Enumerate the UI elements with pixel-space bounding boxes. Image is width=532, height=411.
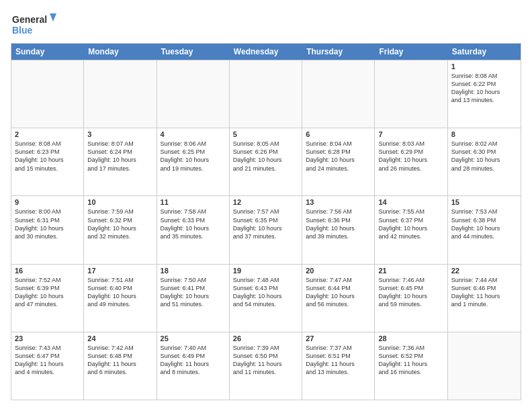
day-info: Sunrise: 7:42 AM Sunset: 6:48 PM Dayligh… [87, 344, 152, 377]
day-info: Sunrise: 7:39 AM Sunset: 6:50 PM Dayligh… [233, 344, 298, 377]
calendar-cell: 13Sunrise: 7:56 AM Sunset: 6:36 PM Dayli… [302, 196, 375, 263]
calendar-cell: 2Sunrise: 8:08 AM Sunset: 6:23 PM Daylig… [11, 128, 84, 195]
calendar-cell [11, 60, 84, 128]
day-info: Sunrise: 8:07 AM Sunset: 6:24 PM Dayligh… [87, 140, 152, 173]
day-info: Sunrise: 7:55 AM Sunset: 6:37 PM Dayligh… [378, 208, 443, 240]
calendar-cell: 9Sunrise: 8:00 AM Sunset: 6:31 PM Daylig… [11, 196, 84, 263]
calendar-body: 1Sunrise: 8:08 AM Sunset: 6:22 PM Daylig… [11, 60, 521, 400]
calendar-cell: 14Sunrise: 7:55 AM Sunset: 6:37 PM Dayli… [375, 196, 447, 263]
calendar-cell: 15Sunrise: 7:53 AM Sunset: 6:38 PM Dayli… [448, 196, 521, 263]
day-number: 10 [87, 198, 152, 206]
day-info: Sunrise: 7:58 AM Sunset: 6:33 PM Dayligh… [161, 208, 226, 240]
calendar-cell [157, 60, 230, 128]
day-info: Sunrise: 8:00 AM Sunset: 6:31 PM Dayligh… [15, 208, 80, 240]
day-number: 6 [306, 130, 371, 138]
calendar-cell [448, 332, 521, 400]
calendar-row: 23Sunrise: 7:43 AM Sunset: 6:47 PM Dayli… [11, 332, 521, 400]
day-number: 21 [378, 267, 443, 275]
day-info: Sunrise: 7:56 AM Sunset: 6:36 PM Dayligh… [306, 208, 371, 240]
calendar-cell: 19Sunrise: 7:48 AM Sunset: 6:43 PM Dayli… [230, 265, 302, 332]
calendar-cell: 22Sunrise: 7:44 AM Sunset: 6:46 PM Dayli… [448, 265, 521, 332]
calendar-cell: 8Sunrise: 8:02 AM Sunset: 6:30 PM Daylig… [448, 128, 521, 195]
day-number: 15 [451, 198, 517, 206]
logo: General Blue [11, 11, 58, 38]
weekday-header: Thursday [302, 44, 375, 60]
header: General Blue [11, 11, 521, 38]
day-info: Sunrise: 7:59 AM Sunset: 6:32 PM Dayligh… [87, 208, 152, 240]
day-info: Sunrise: 7:50 AM Sunset: 6:41 PM Dayligh… [161, 276, 226, 309]
day-info: Sunrise: 8:05 AM Sunset: 6:26 PM Dayligh… [233, 140, 298, 173]
weekday-header: Monday [84, 44, 157, 60]
day-info: Sunrise: 8:08 AM Sunset: 6:22 PM Dayligh… [451, 72, 517, 105]
day-number: 11 [161, 198, 226, 206]
weekday-header: Tuesday [157, 44, 230, 60]
day-number: 27 [306, 334, 371, 342]
calendar-cell: 1Sunrise: 8:08 AM Sunset: 6:22 PM Daylig… [448, 60, 521, 128]
day-number: 26 [233, 334, 298, 342]
calendar: SundayMondayTuesdayWednesdayThursdayFrid… [11, 43, 521, 400]
calendar-cell: 21Sunrise: 7:46 AM Sunset: 6:45 PM Dayli… [375, 265, 447, 332]
calendar-row: 9Sunrise: 8:00 AM Sunset: 6:31 PM Daylig… [11, 195, 521, 263]
calendar-cell: 12Sunrise: 7:57 AM Sunset: 6:35 PM Dayli… [230, 196, 302, 263]
calendar-row: 16Sunrise: 7:52 AM Sunset: 6:39 PM Dayli… [11, 264, 521, 332]
day-number: 17 [87, 267, 152, 275]
calendar-cell: 25Sunrise: 7:40 AM Sunset: 6:49 PM Dayli… [157, 332, 230, 400]
day-info: Sunrise: 7:40 AM Sunset: 6:49 PM Dayligh… [161, 344, 226, 377]
day-info: Sunrise: 7:43 AM Sunset: 6:47 PM Dayligh… [15, 344, 80, 377]
day-number: 16 [15, 267, 80, 275]
calendar-cell [84, 60, 157, 128]
day-info: Sunrise: 8:04 AM Sunset: 6:28 PM Dayligh… [306, 140, 371, 173]
day-number: 1 [451, 62, 517, 71]
svg-text:General: General [12, 14, 47, 25]
day-info: Sunrise: 7:47 AM Sunset: 6:44 PM Dayligh… [306, 276, 371, 309]
day-number: 28 [378, 334, 443, 342]
day-info: Sunrise: 7:46 AM Sunset: 6:45 PM Dayligh… [378, 276, 443, 309]
calendar-cell: 10Sunrise: 7:59 AM Sunset: 6:32 PM Dayli… [84, 196, 157, 263]
day-number: 14 [378, 198, 443, 206]
day-number: 20 [306, 267, 371, 275]
day-number: 19 [233, 267, 298, 275]
calendar-cell: 3Sunrise: 8:07 AM Sunset: 6:24 PM Daylig… [84, 128, 157, 195]
day-info: Sunrise: 7:37 AM Sunset: 6:51 PM Dayligh… [306, 344, 371, 377]
day-number: 7 [378, 130, 443, 138]
day-number: 3 [87, 130, 152, 138]
svg-text:Blue: Blue [12, 25, 33, 36]
day-number: 25 [161, 334, 226, 342]
weekday-header: Wednesday [230, 44, 302, 60]
day-info: Sunrise: 8:02 AM Sunset: 6:30 PM Dayligh… [451, 140, 517, 173]
calendar-row: 2Sunrise: 8:08 AM Sunset: 6:23 PM Daylig… [11, 128, 521, 195]
day-info: Sunrise: 7:51 AM Sunset: 6:40 PM Dayligh… [87, 276, 152, 309]
calendar-cell: 17Sunrise: 7:51 AM Sunset: 6:40 PM Dayli… [84, 265, 157, 332]
calendar-cell: 18Sunrise: 7:50 AM Sunset: 6:41 PM Dayli… [157, 265, 230, 332]
day-info: Sunrise: 8:08 AM Sunset: 6:23 PM Dayligh… [15, 140, 80, 173]
calendar-cell: 5Sunrise: 8:05 AM Sunset: 6:26 PM Daylig… [230, 128, 302, 195]
day-number: 5 [233, 130, 298, 138]
weekday-header: Sunday [11, 44, 84, 60]
calendar-cell: 16Sunrise: 7:52 AM Sunset: 6:39 PM Dayli… [11, 265, 84, 332]
day-info: Sunrise: 7:44 AM Sunset: 6:46 PM Dayligh… [451, 276, 517, 309]
calendar-cell: 28Sunrise: 7:36 AM Sunset: 6:52 PM Dayli… [375, 332, 447, 400]
day-number: 13 [306, 198, 371, 206]
weekday-header: Friday [375, 44, 447, 60]
calendar-cell [230, 60, 302, 128]
calendar-cell: 7Sunrise: 8:03 AM Sunset: 6:29 PM Daylig… [375, 128, 447, 195]
logo-svg: General Blue [11, 11, 58, 38]
day-info: Sunrise: 7:53 AM Sunset: 6:38 PM Dayligh… [451, 208, 517, 240]
day-number: 22 [451, 267, 517, 275]
calendar-cell: 6Sunrise: 8:04 AM Sunset: 6:28 PM Daylig… [302, 128, 375, 195]
day-info: Sunrise: 7:52 AM Sunset: 6:39 PM Dayligh… [15, 276, 80, 309]
day-info: Sunrise: 7:48 AM Sunset: 6:43 PM Dayligh… [233, 276, 298, 309]
calendar-cell: 26Sunrise: 7:39 AM Sunset: 6:50 PM Dayli… [230, 332, 302, 400]
day-number: 9 [15, 198, 80, 206]
day-number: 8 [451, 130, 517, 138]
day-info: Sunrise: 7:57 AM Sunset: 6:35 PM Dayligh… [233, 208, 298, 240]
calendar-header: SundayMondayTuesdayWednesdayThursdayFrid… [11, 44, 521, 60]
day-number: 18 [161, 267, 226, 275]
calendar-cell: 4Sunrise: 8:06 AM Sunset: 6:25 PM Daylig… [157, 128, 230, 195]
calendar-cell [302, 60, 375, 128]
day-info: Sunrise: 8:03 AM Sunset: 6:29 PM Dayligh… [378, 140, 443, 173]
calendar-cell [375, 60, 447, 128]
page: General Blue SundayMondayTuesdayWednesda… [0, 0, 532, 411]
calendar-cell: 11Sunrise: 7:58 AM Sunset: 6:33 PM Dayli… [157, 196, 230, 263]
day-number: 2 [15, 130, 80, 138]
